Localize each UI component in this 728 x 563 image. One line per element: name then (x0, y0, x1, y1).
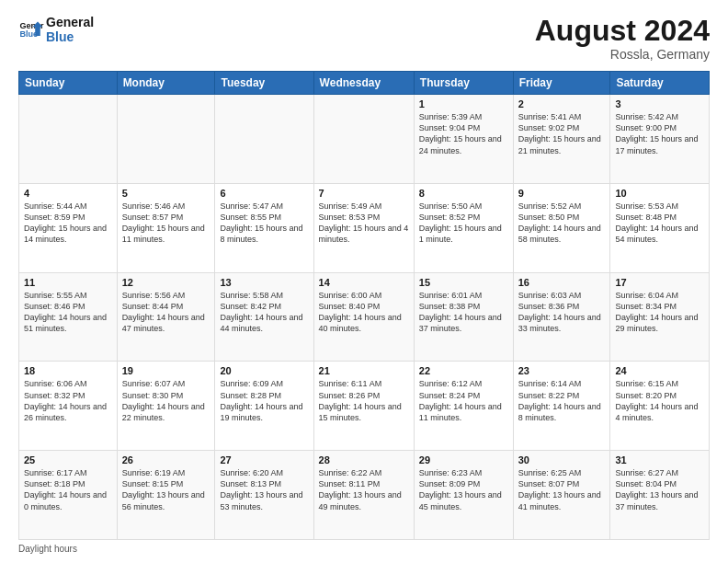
day-number: 3 (615, 98, 704, 109)
day-info: Sunrise: 6:19 AMSunset: 8:15 PMDaylight:… (122, 467, 210, 512)
day-info: Sunrise: 5:41 AMSunset: 9:02 PMDaylight:… (518, 111, 606, 156)
calendar-cell: 28Sunrise: 6:22 AMSunset: 8:11 PMDayligh… (313, 451, 414, 540)
calendar-cell: 27Sunrise: 6:20 AMSunset: 8:13 PMDayligh… (215, 451, 313, 540)
calendar-cell: 13Sunrise: 5:58 AMSunset: 8:42 PMDayligh… (215, 272, 313, 362)
calendar: SundayMondayTuesdayWednesdayThursdayFrid… (18, 71, 710, 540)
calendar-cell: 30Sunrise: 6:25 AMSunset: 8:07 PMDayligh… (513, 451, 610, 540)
calendar-table: SundayMondayTuesdayWednesdayThursdayFrid… (18, 71, 710, 540)
calendar-week-row: 11Sunrise: 5:55 AMSunset: 8:46 PMDayligh… (19, 272, 710, 362)
calendar-cell: 2Sunrise: 5:41 AMSunset: 9:02 PMDaylight… (513, 95, 610, 184)
calendar-cell: 17Sunrise: 6:04 AMSunset: 8:34 PMDayligh… (610, 272, 710, 362)
day-info: Sunrise: 6:06 AMSunset: 8:32 PMDaylight:… (24, 378, 112, 423)
day-info: Sunrise: 5:42 AMSunset: 9:00 PMDaylight:… (615, 111, 704, 156)
calendar-cell: 14Sunrise: 6:00 AMSunset: 8:40 PMDayligh… (313, 272, 414, 362)
calendar-cell: 3Sunrise: 5:42 AMSunset: 9:00 PMDaylight… (610, 95, 710, 184)
day-header: Tuesday (215, 72, 313, 95)
day-info: Sunrise: 6:17 AMSunset: 8:18 PMDaylight:… (24, 467, 112, 512)
footer-note: Daylight hours (18, 544, 710, 554)
day-info: Sunrise: 5:52 AMSunset: 8:50 PMDaylight:… (518, 201, 606, 246)
day-number: 30 (518, 454, 606, 465)
logo-icon: General Blue (18, 17, 44, 42)
calendar-cell (215, 95, 313, 184)
day-number: 6 (220, 188, 308, 199)
calendar-cell: 5Sunrise: 5:46 AMSunset: 8:57 PMDaylight… (117, 183, 215, 272)
day-number: 8 (419, 188, 508, 199)
day-number: 12 (122, 277, 210, 288)
day-header: Wednesday (313, 72, 414, 95)
day-info: Sunrise: 6:11 AMSunset: 8:26 PMDaylight:… (319, 378, 409, 423)
day-number: 27 (220, 454, 308, 465)
day-info: Sunrise: 6:04 AMSunset: 8:34 PMDaylight:… (615, 290, 704, 335)
day-info: Sunrise: 6:22 AMSunset: 8:11 PMDaylight:… (319, 467, 409, 512)
day-number: 1 (419, 98, 508, 109)
day-info: Sunrise: 6:12 AMSunset: 8:24 PMDaylight:… (419, 378, 508, 423)
calendar-week-row: 1Sunrise: 5:39 AMSunset: 9:04 PMDaylight… (19, 95, 710, 184)
day-info: Sunrise: 6:01 AMSunset: 8:38 PMDaylight:… (419, 290, 508, 335)
day-info: Sunrise: 6:00 AMSunset: 8:40 PMDaylight:… (319, 290, 409, 335)
day-info: Sunrise: 5:47 AMSunset: 8:55 PMDaylight:… (220, 201, 308, 246)
day-info: Sunrise: 6:07 AMSunset: 8:30 PMDaylight:… (122, 378, 210, 423)
day-header: Monday (117, 72, 215, 95)
calendar-cell: 18Sunrise: 6:06 AMSunset: 8:32 PMDayligh… (19, 362, 118, 451)
logo-text: General Blue (46, 15, 94, 44)
day-number: 20 (220, 365, 308, 376)
day-header: Thursday (414, 72, 513, 95)
calendar-cell: 21Sunrise: 6:11 AMSunset: 8:26 PMDayligh… (313, 362, 414, 451)
calendar-cell: 31Sunrise: 6:27 AMSunset: 8:04 PMDayligh… (610, 451, 710, 540)
day-number: 29 (419, 454, 508, 465)
calendar-cell: 4Sunrise: 5:44 AMSunset: 8:59 PMDaylight… (19, 183, 118, 272)
day-info: Sunrise: 5:53 AMSunset: 8:48 PMDaylight:… (615, 201, 704, 246)
calendar-week-row: 18Sunrise: 6:06 AMSunset: 8:32 PMDayligh… (19, 362, 710, 451)
day-number: 25 (24, 454, 112, 465)
svg-text:Blue: Blue (19, 29, 38, 39)
calendar-cell: 24Sunrise: 6:15 AMSunset: 8:20 PMDayligh… (610, 362, 710, 451)
day-info: Sunrise: 6:15 AMSunset: 8:20 PMDaylight:… (615, 378, 704, 423)
day-number: 5 (122, 188, 210, 199)
day-number: 22 (419, 365, 508, 376)
location: Rossla, Germany (535, 47, 710, 62)
day-info: Sunrise: 6:09 AMSunset: 8:28 PMDaylight:… (220, 378, 308, 423)
day-info: Sunrise: 5:58 AMSunset: 8:42 PMDaylight:… (220, 290, 308, 335)
calendar-cell: 8Sunrise: 5:50 AMSunset: 8:52 PMDaylight… (414, 183, 513, 272)
calendar-cell: 15Sunrise: 6:01 AMSunset: 8:38 PMDayligh… (414, 272, 513, 362)
day-header: Friday (513, 72, 610, 95)
day-info: Sunrise: 6:20 AMSunset: 8:13 PMDaylight:… (220, 467, 308, 512)
day-info: Sunrise: 5:39 AMSunset: 9:04 PMDaylight:… (419, 111, 508, 156)
day-number: 13 (220, 277, 308, 288)
calendar-cell (19, 95, 118, 184)
day-number: 11 (24, 277, 112, 288)
calendar-cell: 26Sunrise: 6:19 AMSunset: 8:15 PMDayligh… (117, 451, 215, 540)
day-info: Sunrise: 5:44 AMSunset: 8:59 PMDaylight:… (24, 201, 112, 246)
page: General Blue General Blue August 2024 Ro… (0, 0, 728, 563)
calendar-cell: 1Sunrise: 5:39 AMSunset: 9:04 PMDaylight… (414, 95, 513, 184)
day-info: Sunrise: 6:23 AMSunset: 8:09 PMDaylight:… (419, 467, 508, 512)
calendar-cell: 25Sunrise: 6:17 AMSunset: 8:18 PMDayligh… (19, 451, 118, 540)
day-number: 16 (518, 277, 606, 288)
calendar-cell: 6Sunrise: 5:47 AMSunset: 8:55 PMDaylight… (215, 183, 313, 272)
calendar-cell: 12Sunrise: 5:56 AMSunset: 8:44 PMDayligh… (117, 272, 215, 362)
day-number: 23 (518, 365, 606, 376)
day-info: Sunrise: 6:25 AMSunset: 8:07 PMDaylight:… (518, 467, 606, 512)
day-info: Sunrise: 5:49 AMSunset: 8:53 PMDaylight:… (319, 201, 409, 246)
calendar-cell: 22Sunrise: 6:12 AMSunset: 8:24 PMDayligh… (414, 362, 513, 451)
calendar-cell: 16Sunrise: 6:03 AMSunset: 8:36 PMDayligh… (513, 272, 610, 362)
calendar-cell: 20Sunrise: 6:09 AMSunset: 8:28 PMDayligh… (215, 362, 313, 451)
day-info: Sunrise: 5:55 AMSunset: 8:46 PMDaylight:… (24, 290, 112, 335)
calendar-cell: 9Sunrise: 5:52 AMSunset: 8:50 PMDaylight… (513, 183, 610, 272)
calendar-cell: 29Sunrise: 6:23 AMSunset: 8:09 PMDayligh… (414, 451, 513, 540)
calendar-cell: 7Sunrise: 5:49 AMSunset: 8:53 PMDaylight… (313, 183, 414, 272)
day-number: 24 (615, 365, 704, 376)
day-header: Saturday (610, 72, 710, 95)
day-number: 4 (24, 188, 112, 199)
month-year: August 2024 (535, 15, 710, 47)
day-header: Sunday (19, 72, 118, 95)
day-number: 17 (615, 277, 704, 288)
logo: General Blue General Blue (18, 15, 94, 44)
header: General Blue General Blue August 2024 Ro… (18, 15, 710, 62)
day-number: 26 (122, 454, 210, 465)
day-number: 15 (419, 277, 508, 288)
day-info: Sunrise: 5:46 AMSunset: 8:57 PMDaylight:… (122, 201, 210, 246)
day-info: Sunrise: 6:14 AMSunset: 8:22 PMDaylight:… (518, 378, 606, 423)
day-number: 9 (518, 188, 606, 199)
day-info: Sunrise: 6:27 AMSunset: 8:04 PMDaylight:… (615, 467, 704, 512)
